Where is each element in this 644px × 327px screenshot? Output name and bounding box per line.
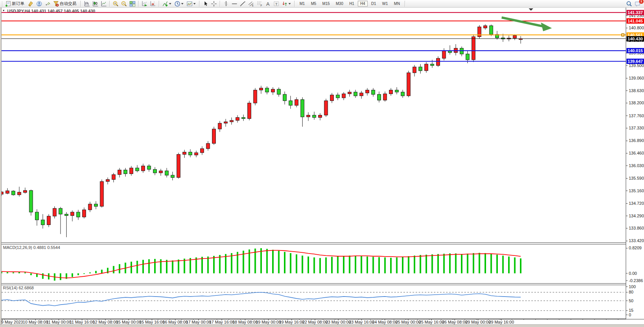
bar-chart-button[interactable] (83, 0, 91, 7)
zoom-in-icon (113, 1, 119, 7)
chevron-down-icon[interactable] (181, 3, 183, 5)
time-axis-label: 17 May 00:00 (186, 320, 211, 324)
new-order-button[interactable]: 新订单 (4, 0, 27, 7)
notifications-button[interactable]: 1 (633, 0, 642, 7)
periods-button[interactable] (173, 0, 185, 7)
timeframe-M30-button[interactable]: M30 (333, 1, 346, 6)
toolbar: 新订单自动交易EFATM1M5M15M30H1H4D1W1MN1 (0, 0, 644, 8)
rsi-scale-label: 50 (629, 298, 633, 303)
tile-windows-icon (129, 1, 135, 7)
price-tick-label: 136.030 (629, 163, 644, 168)
rsi-scale-label: 80 (629, 290, 633, 294)
price-tick-label: 138.630 (629, 88, 644, 93)
price-tick-label: 135.590 (629, 176, 644, 180)
time-axis-label: 23 May 16:00 (349, 320, 375, 324)
line-chart-icon (100, 1, 107, 7)
cursor-button[interactable] (201, 0, 210, 7)
toolbar-separator (159, 1, 159, 7)
price-tick-label: 138.200 (629, 100, 644, 105)
arrows-button[interactable] (281, 0, 293, 7)
macd-scale-label: -0.2386 (629, 278, 643, 283)
time-axis-label: 16 May 08:00 (163, 320, 188, 324)
timeframe-D1-button[interactable]: D1 (368, 1, 379, 6)
time-axis-label: 10 May 08:00 (23, 320, 48, 324)
line-chart-button[interactable] (99, 0, 108, 7)
text-button[interactable]: A (264, 0, 272, 7)
time-axis-label: 15 May 00:00 (116, 320, 142, 324)
time-axis-label: 26 May 08:00 (442, 320, 467, 324)
macd-scale-label: 0.8209 (629, 246, 642, 250)
candlestick-chart-button[interactable] (91, 0, 99, 7)
time-axis-label: 9 May 2023 (1, 320, 23, 324)
toolbar-separator (405, 1, 405, 7)
text-a-icon: A (265, 1, 271, 7)
chevron-down-icon[interactable] (289, 3, 291, 5)
time-axis-label: 15 May 16:00 (139, 320, 165, 324)
toolbar-drag-handle[interactable] (2, 1, 3, 6)
time-axis-label: 25 May 00:00 (395, 320, 421, 324)
svg-text:A: A (266, 1, 270, 6)
time-axis-label: 17 May 16:00 (209, 320, 234, 324)
zoom-in-button[interactable] (112, 0, 120, 7)
toolbar-separator (199, 1, 200, 7)
search-button[interactable] (625, 0, 633, 7)
new-order-button-label: 新订单 (12, 1, 24, 6)
timeframe-M5-button[interactable]: M5 (308, 1, 319, 6)
timeframe-MN-button[interactable]: MN (391, 1, 403, 6)
time-axis-label: 24 May 08:00 (372, 320, 398, 324)
arrows-icon (282, 1, 288, 7)
vertical-line-button[interactable] (222, 0, 230, 7)
profile-button[interactable] (35, 0, 43, 7)
timeframe-W1-button[interactable]: W1 (379, 1, 391, 6)
chart-area[interactable]: ▼ USDJPY,H4 140.431 140.457 140.405 140.… (0, 8, 644, 324)
time-axis-label: 12 May 08:00 (92, 320, 118, 324)
time-axis-label: 19 May 16:00 (279, 320, 304, 324)
trendline-button[interactable] (239, 0, 247, 7)
horizontal-line-button[interactable] (230, 0, 239, 7)
time-axis-label: 19 May 00:00 (256, 320, 281, 324)
price-tick-label: 136.460 (629, 151, 644, 155)
price-tick-label: 135.160 (629, 188, 644, 193)
price-level-badge: 139.647 (626, 59, 644, 64)
autotrade-icon (53, 1, 59, 7)
chart-shift-button[interactable] (149, 0, 157, 7)
chevron-down-icon[interactable] (193, 3, 196, 5)
price-tick-label: 140.800 (629, 26, 644, 30)
templates-button[interactable] (185, 0, 198, 7)
indicators-button[interactable] (161, 0, 173, 7)
price-tick-label: 137.330 (629, 126, 644, 130)
rsi-scale-label: 100 (629, 284, 636, 289)
time-axis-label: 11 May 16:00 (70, 320, 95, 324)
price-tick-label: 133.860 (629, 226, 644, 230)
zoom-out-button[interactable] (120, 0, 128, 7)
bar-chart-icon (84, 1, 90, 7)
text-label-button[interactable]: T (272, 0, 281, 7)
chevron-down-icon[interactable] (169, 3, 171, 5)
auto-scroll-button[interactable] (140, 0, 149, 7)
fibonacci-button[interactable]: F (255, 0, 264, 7)
macd-scale-label: 0.00 (629, 271, 637, 276)
toolbar-group-chart-type (83, 0, 108, 7)
tile-windows-button[interactable] (128, 0, 137, 7)
svg-text:F: F (261, 4, 262, 7)
timeframe-M15-button[interactable]: M15 (320, 1, 332, 6)
price-level-badge: 141.045 (626, 18, 644, 24)
equidistant-channel-button[interactable]: E (247, 0, 255, 7)
price-level-badge: 140.015 (626, 48, 644, 53)
toolbar-separator (80, 1, 81, 7)
auto-trading-button[interactable]: 自动交易 (52, 0, 79, 7)
timeframe-H1-button[interactable]: H1 (347, 1, 357, 6)
timeframe-M1-button[interactable]: M1 (297, 1, 308, 6)
time-axis: 9 May 202310 May 08:0011 May 00:0011 May… (0, 319, 644, 324)
cursor-icon (202, 1, 209, 7)
time-axis-label: 22 May 08:00 (302, 320, 328, 324)
svg-text:E: E (252, 4, 254, 7)
price-tick-label: 137.760 (629, 113, 644, 118)
signals-button[interactable] (43, 0, 52, 7)
timeframe-H4-button[interactable]: H4 (358, 1, 368, 6)
crosshair-button[interactable] (210, 0, 218, 7)
styler-icon (28, 1, 34, 7)
search-icon (626, 1, 632, 7)
zoom-out-icon (121, 1, 127, 7)
styler-button[interactable] (27, 0, 35, 7)
